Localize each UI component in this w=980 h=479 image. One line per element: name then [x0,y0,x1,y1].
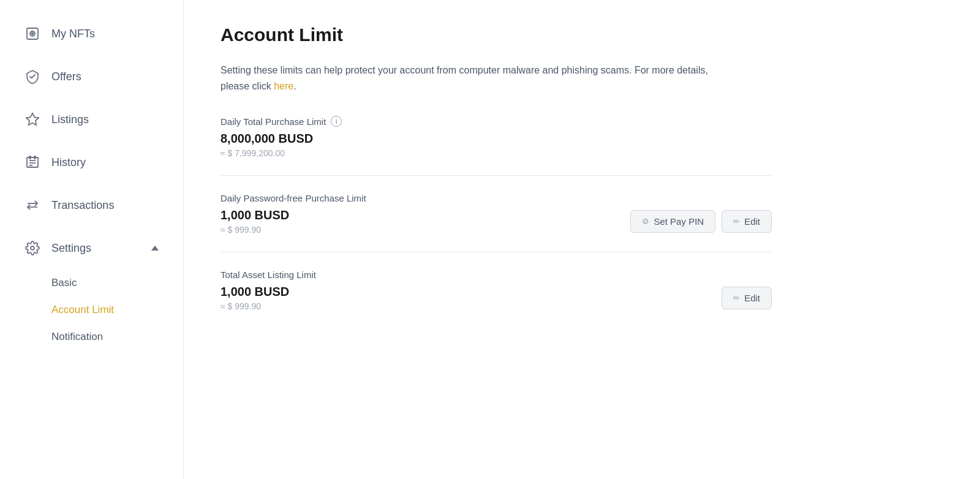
sidebar-item-listings-label: Listings [51,113,89,126]
edit-button-password-free[interactable]: ✏ Edit [722,210,772,233]
daily-password-free-limit-section: Daily Password-free Purchase Limit 1,000… [221,175,772,252]
gear-icon: ⚙ [642,217,649,226]
chevron-up-icon [151,246,159,251]
daily-password-free-amount: 1,000 BUSD [221,208,289,222]
info-icon-daily-total[interactable]: i [331,116,342,127]
offers-icon [24,69,40,85]
sidebar: My NFTs Offers Listings [0,0,184,479]
sidebar-item-history[interactable]: History [0,141,183,184]
daily-password-free-usd: ≈ $ 999.90 [221,225,289,235]
daily-password-free-label: Daily Password-free Purchase Limit [221,193,772,203]
sidebar-item-transactions-label: Transactions [51,199,114,212]
daily-total-amount: 8,000,000 BUSD [221,132,313,146]
total-asset-listing-limit-section: Total Asset Listing Limit 1,000 BUSD ≈ $… [221,252,772,328]
page-title: Account Limit [221,25,943,45]
sidebar-item-transactions[interactable]: Transactions [0,184,183,227]
daily-total-purchase-limit-section: Daily Total Purchase Limit i 8,000,000 B… [221,116,772,175]
svg-point-2 [32,33,34,35]
sidebar-item-settings-label: Settings [51,242,91,255]
edit-icon-2: ✏ [733,293,740,303]
total-asset-listing-usd: ≈ $ 999.90 [221,301,289,311]
sidebar-item-settings[interactable]: Settings [0,227,183,270]
description-text: Setting these limits can help protect yo… [221,62,710,94]
sidebar-item-my-nfts-label: My NFTs [51,28,95,40]
sidebar-item-offers[interactable]: Offers [0,55,183,98]
listings-icon [24,111,40,127]
edit-button-asset-listing[interactable]: ✏ Edit [722,287,772,309]
daily-password-free-actions: ⚙ Set Pay PIN ✏ Edit [630,210,772,233]
submenu-item-account-limit[interactable]: Account Limit [0,296,183,323]
here-link[interactable]: here [274,81,293,91]
daily-total-usd: ≈ $ 7,999,200.00 [221,148,313,158]
set-pay-pin-button[interactable]: ⚙ Set Pay PIN [630,210,715,233]
settings-submenu: Basic Account Limit Notification [0,270,183,356]
history-icon [24,154,40,170]
daily-total-purchase-label: Daily Total Purchase Limit i [221,116,772,127]
sidebar-item-offers-label: Offers [51,70,81,83]
submenu-item-basic[interactable]: Basic [0,270,183,296]
transactions-icon [24,197,40,213]
sidebar-item-my-nfts[interactable]: My NFTs [0,12,183,55]
settings-icon [24,240,40,256]
svg-marker-3 [26,113,39,125]
svg-rect-8 [29,156,31,159]
submenu-item-notification[interactable]: Notification [0,323,183,350]
svg-rect-9 [34,156,36,159]
total-asset-listing-amount: 1,000 BUSD [221,285,289,299]
edit-icon: ✏ [733,217,740,226]
total-asset-listing-actions: ✏ Edit [722,287,772,309]
sidebar-item-listings[interactable]: Listings [0,98,183,141]
sidebar-item-history-label: History [51,156,86,169]
nft-icon [24,26,40,42]
main-content: Account Limit Setting these limits can h… [184,0,980,479]
total-asset-listing-label: Total Asset Listing Limit [221,270,772,280]
svg-point-12 [31,246,34,250]
